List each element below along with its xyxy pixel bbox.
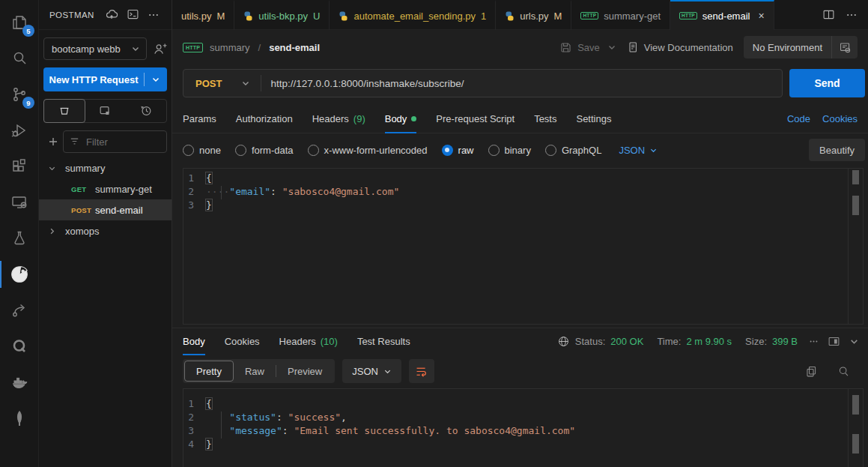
environment-quick-look-icon[interactable] — [832, 36, 858, 58]
tab-pre-request-script[interactable]: Pre-request Script — [436, 105, 515, 133]
explorer-icon[interactable]: 5 — [0, 4, 39, 40]
response-header: Body Cookies Headers(10) Test Results St… — [172, 328, 868, 355]
request-body-editor[interactable]: 1{2····"email": "sabosco4@gmail.com"3} — [183, 168, 864, 325]
size-value[interactable]: 399 B — [772, 336, 798, 347]
add-collection-icon[interactable] — [43, 136, 63, 147]
history-tab[interactable] — [126, 100, 166, 122]
method-select[interactable]: POST — [183, 78, 261, 89]
environment-value[interactable]: No Environment — [744, 36, 831, 58]
more-actions-icon[interactable] — [846, 9, 858, 21]
view-raw[interactable]: Raw — [234, 361, 276, 382]
tab-body[interactable]: Body — [385, 105, 417, 133]
beautify-button[interactable]: Beautify — [809, 139, 865, 161]
scrollbar-thumb[interactable] — [852, 434, 859, 454]
source-control-icon[interactable]: 9 — [0, 76, 39, 112]
collections-tree: summary GET summary-get POST send-email … — [39, 157, 172, 241]
cookies-link[interactable]: Cookies — [822, 113, 858, 124]
response-tab-body[interactable]: Body — [183, 328, 205, 355]
view-pretty[interactable]: Pretty — [184, 361, 234, 382]
new-http-request-button[interactable]: New HTTP Request — [43, 67, 167, 91]
docker-icon[interactable] — [0, 364, 39, 400]
radio-icon[interactable] — [235, 145, 246, 156]
response-body-editor[interactable]: 1{2 "status": "success",3 "message": "Em… — [183, 388, 864, 467]
radio-icon[interactable] — [488, 145, 500, 156]
status-value[interactable]: 200 OK — [610, 336, 643, 347]
editor-tab-utils-bkp-py[interactable]: utils-bkp.py U — [234, 0, 330, 30]
scrollbar-thumb[interactable] — [852, 196, 859, 215]
environments-icon — [98, 104, 112, 118]
open-in-panel-icon[interactable] — [828, 335, 840, 348]
response-tab-test-results[interactable]: Test Results — [357, 328, 410, 356]
radio-selected-icon[interactable] — [442, 145, 453, 156]
view-documentation-button[interactable]: View Documentation — [627, 41, 733, 53]
radio-icon[interactable] — [183, 145, 194, 156]
radio-icon[interactable] — [545, 145, 556, 156]
response-tab-headers[interactable]: Headers(10) — [279, 328, 338, 356]
editor-tab-utils-py[interactable]: utils.py M — [172, 0, 234, 30]
scrollbar-thumb[interactable] — [852, 170, 859, 184]
extensions-icon[interactable] — [0, 148, 39, 184]
collections-icon — [58, 104, 71, 118]
test-flask-icon[interactable] — [0, 220, 39, 256]
collapse-response-icon[interactable] — [849, 337, 859, 346]
cloud-sync-icon[interactable] — [105, 8, 118, 22]
tab-settings[interactable]: Settings — [576, 105, 611, 133]
editor-tab-summary-get[interactable]: HTTP summary-get — [571, 0, 670, 30]
search-icon[interactable] — [0, 40, 39, 76]
response-more-icon[interactable] — [809, 337, 819, 346]
amazon-q-icon[interactable] — [0, 328, 39, 364]
radio-icon[interactable] — [308, 145, 319, 156]
editor-tab-automate-email-sending-py[interactable]: automate_email_sending.py 1 — [330, 0, 496, 30]
body-mode-binary[interactable]: binary — [488, 145, 531, 156]
tab-headers[interactable]: Headers(9) — [312, 105, 365, 133]
editor-tab-urls-py[interactable]: urls.py M — [496, 0, 571, 30]
editor-tab-send-email[interactable]: HTTP send-email × — [670, 0, 774, 30]
tab-authorization[interactable]: Authorization — [236, 105, 293, 133]
run-debug-icon[interactable] — [0, 112, 39, 148]
time-value[interactable]: 2 m 9.90 s — [686, 336, 732, 347]
save-dropdown-icon[interactable] — [607, 43, 616, 52]
request-item-send-email[interactable]: POST send-email — [39, 199, 172, 220]
code-link[interactable]: Code — [787, 113, 810, 124]
url-input[interactable] — [261, 78, 782, 89]
invite-user-icon[interactable] — [153, 42, 167, 56]
body-language-select[interactable]: JSON — [619, 145, 658, 156]
postman-extension-icon[interactable] — [0, 256, 39, 292]
copy-response-icon[interactable] — [805, 365, 818, 378]
environments-tab[interactable] — [85, 100, 125, 122]
split-editor-icon[interactable] — [822, 8, 835, 21]
collections-tab[interactable] — [43, 99, 85, 123]
scrollbar-thumb[interactable] — [852, 395, 859, 415]
tab-tests[interactable]: Tests — [534, 105, 556, 133]
terminal-icon[interactable] — [127, 8, 139, 21]
body-mode-raw[interactable]: raw — [442, 145, 474, 156]
collection-xomops[interactable]: xomops — [39, 220, 172, 241]
collection-summary[interactable]: summary — [39, 157, 172, 178]
request-item-summary-get[interactable]: GET summary-get — [39, 178, 172, 199]
close-tab-icon[interactable]: × — [758, 10, 764, 22]
body-mode-form-data[interactable]: form-data — [235, 145, 294, 156]
body-mode-x-www-form-urlencoded[interactable]: x-www-form-urlencoded — [308, 145, 428, 156]
http-request-icon: HTTP — [679, 12, 697, 20]
more-icon[interactable] — [148, 9, 160, 21]
mongodb-icon[interactable] — [0, 400, 39, 436]
body-mode-graphql[interactable]: GraphQL — [545, 145, 601, 156]
response-body-code[interactable]: 1{2 "status": "success",3 "message": "Em… — [183, 389, 848, 467]
save-button[interactable]: Save — [559, 41, 600, 54]
new-request-dropdown-icon[interactable] — [145, 75, 167, 84]
view-preview[interactable]: Preview — [276, 361, 333, 382]
search-response-icon[interactable] — [837, 365, 850, 378]
body-mode-none[interactable]: none — [183, 145, 221, 156]
chevron-down-icon[interactable] — [46, 164, 57, 172]
remote-explorer-icon[interactable] — [0, 184, 39, 220]
response-tab-cookies[interactable]: Cookies — [225, 328, 260, 356]
breadcrumb-parent[interactable]: summary — [210, 42, 249, 53]
workspace-selector[interactable]: bootcamp webb — [43, 37, 147, 60]
send-button[interactable]: Send — [789, 69, 865, 97]
response-language-select[interactable]: JSON — [342, 359, 401, 383]
chevron-right-icon[interactable] — [46, 227, 57, 235]
share-arrow-icon[interactable] — [0, 292, 39, 328]
wrap-text-button[interactable] — [409, 359, 434, 383]
request-body-code[interactable]: 1{2····"email": "sabosco4@gmail.com"3} — [183, 169, 848, 324]
tab-params[interactable]: Params — [183, 105, 216, 133]
